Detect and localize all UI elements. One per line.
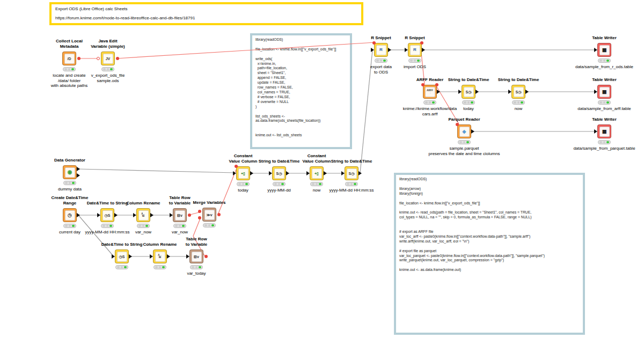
port-out[interactable] bbox=[475, 90, 479, 94]
port-out-b[interactable] bbox=[77, 173, 80, 178]
port-fin-l[interactable] bbox=[97, 57, 100, 60]
arff-reader-icon: ARFF → bbox=[425, 87, 435, 97]
table-writer-icon: ▦ bbox=[599, 45, 610, 55]
node-constant-value-column-now[interactable]: +▯ bbox=[310, 166, 324, 180]
node-table-writer-parquet[interactable]: ▦ bbox=[597, 124, 611, 138]
port-in[interactable] bbox=[112, 254, 115, 259]
edge-data[interactable] bbox=[78, 169, 235, 173]
node-data-generator[interactable]: ◉ bbox=[63, 165, 77, 179]
port-in[interactable] bbox=[371, 48, 374, 52]
port-out[interactable] bbox=[358, 171, 362, 175]
node-table-writer-arff[interactable]: ▦ bbox=[597, 85, 611, 99]
port-in[interactable] bbox=[133, 213, 136, 217]
port-fin-lb[interactable] bbox=[198, 216, 201, 219]
node-r-snippet-export[interactable]: R bbox=[374, 43, 388, 57]
traffic-light bbox=[115, 265, 128, 269]
port-out[interactable] bbox=[324, 171, 327, 175]
traffic-light bbox=[190, 265, 203, 269]
port-fout-tr[interactable] bbox=[435, 83, 438, 86]
port-in[interactable] bbox=[594, 48, 597, 52]
string-to-datetime-icon: S◷ bbox=[274, 168, 284, 179]
node-table-writer-ods[interactable]: ▦ bbox=[597, 43, 611, 57]
port-fin-tl[interactable] bbox=[235, 165, 238, 168]
node-column-rename-2[interactable]: A→ tB bbox=[153, 249, 167, 263]
port-in[interactable] bbox=[97, 213, 100, 217]
port-fout-r[interactable] bbox=[116, 57, 119, 60]
node-string-to-datetime-ymd[interactable]: S◷ bbox=[272, 166, 286, 180]
node-column-rename-1[interactable]: A→ tB bbox=[136, 208, 150, 222]
workflow-canvas[interactable]: Export ODS (Libre Office) calc Sheets ht… bbox=[0, 0, 644, 338]
port-in[interactable] bbox=[170, 213, 173, 217]
port-in[interactable] bbox=[233, 171, 236, 175]
string-to-datetime-icon: S◷ bbox=[347, 168, 357, 179]
port-out[interactable] bbox=[471, 129, 474, 134]
node-table-row-to-variable-1[interactable]: ⊟v bbox=[173, 208, 187, 222]
port-out[interactable] bbox=[77, 213, 80, 217]
port-out[interactable] bbox=[525, 90, 529, 94]
node-label: Table Writer bbox=[561, 117, 644, 122]
node-caption: var_now bbox=[137, 230, 223, 235]
port-out-a[interactable] bbox=[77, 167, 80, 171]
traffic-light bbox=[512, 100, 525, 105]
port-in[interactable] bbox=[405, 48, 408, 52]
port-out[interactable] bbox=[129, 254, 132, 259]
node-java-edit-variable[interactable]: JV bbox=[101, 52, 115, 65]
port-fin-la[interactable] bbox=[198, 210, 201, 213]
node-label: Merge Variables bbox=[166, 200, 252, 205]
string-to-datetime-icon: S◷ bbox=[514, 87, 524, 97]
traffic-light bbox=[598, 58, 611, 63]
port-out[interactable] bbox=[150, 213, 153, 217]
node-caption: yyyy-MM-dd HH:mm:ss bbox=[309, 188, 394, 193]
node-label: String to Date&Time bbox=[309, 159, 394, 164]
port-in[interactable] bbox=[341, 171, 345, 175]
port-out[interactable] bbox=[437, 90, 440, 94]
port-in[interactable] bbox=[306, 171, 310, 175]
port-in[interactable] bbox=[508, 90, 511, 94]
data-generator-icon: ◉ bbox=[65, 167, 75, 178]
node-label: Parquet Reader bbox=[421, 117, 507, 122]
port-in[interactable] bbox=[269, 171, 272, 175]
node-label: Java Edit Variable (simple) bbox=[65, 39, 151, 49]
port-fout-r[interactable] bbox=[188, 214, 191, 217]
node-parquet-reader[interactable]: ◆ bbox=[457, 124, 471, 138]
port-in[interactable] bbox=[594, 129, 597, 134]
port-fout-r[interactable] bbox=[204, 255, 208, 258]
port-out[interactable] bbox=[422, 48, 425, 52]
datetime-to-string-icon: ◷S bbox=[103, 210, 113, 221]
merge-variables-icon: ≫v bbox=[204, 210, 215, 220]
port-out[interactable] bbox=[286, 171, 289, 175]
traffic-light bbox=[408, 58, 421, 63]
port-fin-tl[interactable] bbox=[372, 41, 376, 45]
port-fout-r[interactable] bbox=[77, 57, 80, 60]
port-out[interactable] bbox=[388, 48, 391, 52]
port-fout-tr[interactable] bbox=[420, 41, 423, 45]
edge-flow[interactable] bbox=[116, 42, 375, 58]
port-out[interactable] bbox=[167, 254, 170, 259]
node-datetime-to-string-1[interactable]: ◷S bbox=[100, 208, 114, 222]
traffic-light bbox=[153, 265, 166, 269]
port-in[interactable] bbox=[458, 90, 462, 94]
node-datetime-to-string-2[interactable]: ◷S bbox=[115, 249, 129, 263]
port-out[interactable] bbox=[114, 213, 118, 217]
port-in[interactable] bbox=[594, 90, 597, 94]
port-out[interactable] bbox=[250, 171, 253, 175]
port-in[interactable] bbox=[150, 254, 153, 259]
node-string-to-datetime-hms[interactable]: S◷ bbox=[345, 166, 358, 180]
node-label: R Snippet bbox=[372, 35, 458, 41]
node-table-row-to-variable-2[interactable]: ⊟v bbox=[189, 249, 203, 263]
port-fin-tl[interactable] bbox=[421, 83, 425, 86]
node-create-datetime-range[interactable]: ◷ bbox=[63, 208, 77, 222]
node-string-to-datetime-now[interactable]: S◷ bbox=[511, 85, 525, 99]
node-caption: now bbox=[475, 106, 561, 112]
traffic-light bbox=[462, 100, 475, 105]
port-fin-tl[interactable] bbox=[456, 123, 459, 126]
node-merge-variables[interactable]: ≫v bbox=[202, 208, 216, 222]
port-in[interactable] bbox=[186, 254, 189, 259]
node-caption: import ODS bbox=[372, 64, 458, 70]
port-fout-r[interactable] bbox=[217, 213, 221, 216]
node-constant-value-column-today[interactable]: +▯ bbox=[236, 166, 250, 180]
node-collect-local-metadata[interactable]: /D bbox=[62, 52, 76, 65]
node-string-to-datetime-today[interactable]: S◷ bbox=[462, 85, 475, 99]
node-arff-reader[interactable]: ARFF → bbox=[423, 85, 437, 99]
node-r-snippet-import[interactable]: R bbox=[408, 43, 422, 57]
